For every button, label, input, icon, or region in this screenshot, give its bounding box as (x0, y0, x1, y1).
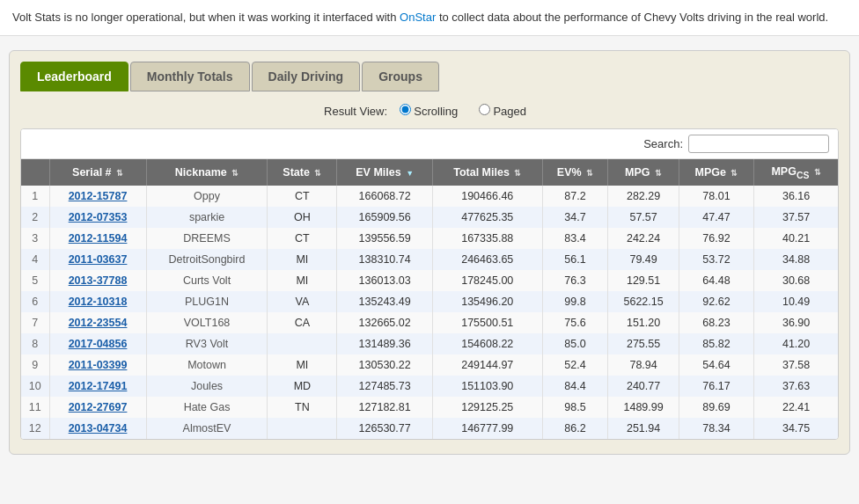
paged-option[interactable]: Paged (479, 105, 526, 118)
serial-link[interactable]: 2013-04734 (69, 422, 128, 435)
cell-serial[interactable]: 2012-15787 (49, 186, 146, 207)
tab-monthly-totals[interactable]: Monthly Totals (130, 62, 250, 91)
col-mpge[interactable]: MPGe ⇅ (679, 159, 753, 186)
col-total-miles[interactable]: Total Miles ⇅ (433, 159, 542, 186)
cell-serial[interactable]: 2017-04856 (49, 333, 146, 354)
cell-mpge: 68.23 (679, 312, 753, 333)
table-row: 9 2011-03399 Motown MI 130530.22 249144.… (21, 354, 838, 376)
cell-mpgcs: 22.41 (754, 397, 838, 418)
cell-ev-pct: 52.4 (542, 354, 608, 376)
cell-total-miles: 190466.46 (433, 186, 542, 207)
cell-mpgcs: 36.16 (754, 186, 838, 207)
serial-link[interactable]: 2013-37788 (69, 274, 128, 287)
cell-mpg: 151.20 (608, 312, 679, 333)
search-input[interactable] (688, 135, 829, 153)
table-row: 12 2013-04734 AlmostEV 126530.77 146777.… (21, 418, 838, 439)
cell-mpg: 242.24 (608, 228, 679, 249)
onstar-link[interactable]: OnStar (400, 11, 436, 24)
cell-ev-pct: 85.0 (542, 333, 608, 354)
serial-link[interactable]: 2012-23554 (69, 317, 128, 329)
cell-rank: 3 (21, 228, 49, 249)
cell-nickname: VOLT168 (146, 312, 268, 333)
col-serial[interactable]: Serial # ⇅ (49, 159, 146, 186)
serial-link[interactable]: 2012-11594 (69, 232, 128, 245)
cell-ev-pct: 86.2 (542, 418, 608, 439)
cell-ev-pct: 98.5 (542, 397, 608, 418)
cell-serial[interactable]: 2012-11594 (49, 228, 146, 249)
cell-state: MI (268, 354, 337, 376)
col-state[interactable]: State ⇅ (268, 159, 337, 186)
cell-serial[interactable]: 2011-03399 (49, 354, 146, 376)
serial-link[interactable]: 2012-07353 (69, 211, 128, 223)
cell-rank: 9 (21, 354, 49, 376)
cell-serial[interactable]: 2012-10318 (49, 291, 146, 312)
cell-ev-pct: 56.1 (542, 249, 608, 270)
sort-arrows-nickname: ⇅ (231, 169, 239, 178)
cell-serial[interactable]: 2012-17491 (49, 376, 146, 397)
cell-total-miles: 477625.35 (433, 207, 542, 228)
cell-rank: 6 (21, 291, 49, 312)
serial-link[interactable]: 2017-04856 (69, 338, 128, 350)
notice-text-before: Volt Stats is no longer operational, but… (12, 11, 400, 24)
cell-ev-miles: 138310.74 (337, 249, 433, 270)
scrolling-radio[interactable] (400, 104, 411, 115)
cell-mpge: 53.72 (679, 249, 753, 270)
cell-ev-pct: 34.7 (542, 207, 608, 228)
cell-mpgcs: 10.49 (754, 291, 838, 312)
cell-ev-miles: 127485.73 (337, 376, 433, 397)
serial-link[interactable]: 2011-03399 (69, 359, 128, 371)
cell-total-miles: 167335.88 (433, 228, 542, 249)
table-row: 7 2012-23554 VOLT168 CA 132665.02 175500… (21, 312, 838, 333)
cell-mpge: 78.01 (679, 186, 753, 207)
cell-total-miles: 154608.22 (433, 333, 542, 354)
scrolling-option[interactable]: Scrolling (400, 105, 461, 118)
cell-mpge: 76.92 (679, 228, 753, 249)
notice-bar: Volt Stats is no longer operational, but… (0, 0, 859, 36)
cell-mpg: 251.94 (608, 418, 679, 439)
cell-mpg: 79.49 (608, 249, 679, 270)
cell-ev-pct: 76.3 (542, 270, 608, 291)
cell-nickname: Oppy (146, 186, 268, 207)
sort-arrows-serial: ⇅ (116, 169, 123, 178)
col-nickname[interactable]: Nickname ⇅ (146, 159, 268, 186)
sort-arrows-state: ⇅ (314, 169, 321, 178)
scrolling-label: Scrolling (414, 105, 458, 118)
cell-mpge: 92.62 (679, 291, 753, 312)
cell-total-miles: 135496.20 (433, 291, 542, 312)
serial-link[interactable]: 2012-15787 (69, 190, 128, 202)
tab-groups[interactable]: Groups (362, 62, 439, 91)
cell-rank: 5 (21, 270, 49, 291)
tab-daily-driving[interactable]: Daily Driving (252, 62, 361, 91)
cell-serial[interactable]: 2012-27697 (49, 397, 146, 418)
cell-serial[interactable]: 2012-23554 (49, 312, 146, 333)
serial-link[interactable]: 2012-27697 (69, 401, 128, 413)
cell-ev-pct: 83.4 (542, 228, 608, 249)
sort-arrows-mpg: ⇅ (655, 169, 662, 178)
serial-link[interactable]: 2011-03637 (69, 253, 128, 266)
cell-mpg: 78.94 (608, 354, 679, 376)
cell-serial[interactable]: 2012-07353 (49, 207, 146, 228)
cell-serial[interactable]: 2013-04734 (49, 418, 146, 439)
cell-rank: 11 (21, 397, 49, 418)
cell-serial[interactable]: 2011-03637 (49, 249, 146, 270)
cell-state: MD (268, 376, 337, 397)
cell-serial[interactable]: 2013-37788 (49, 270, 146, 291)
col-mpgcs[interactable]: MPGCS ⇅ (754, 159, 838, 186)
col-ev-miles[interactable]: EV Miles ▼ (337, 159, 433, 186)
tab-leaderboard[interactable]: Leaderboard (20, 62, 128, 91)
cell-nickname: PLUG1N (146, 291, 268, 312)
col-ev-pct[interactable]: EV% ⇅ (542, 159, 608, 186)
table-row: 4 2011-03637 DetroitSongbird MI 138310.7… (21, 249, 838, 270)
serial-link[interactable]: 2012-17491 (69, 380, 128, 392)
cell-ev-miles: 131489.36 (337, 333, 433, 354)
cell-ev-pct: 99.8 (542, 291, 608, 312)
cell-mpge: 85.82 (679, 333, 753, 354)
table-row: 6 2012-10318 PLUG1N VA 135243.49 135496.… (21, 291, 838, 312)
serial-link[interactable]: 2012-10318 (69, 296, 128, 308)
table-row: 10 2012-17491 Joules MD 127485.73 151103… (21, 376, 838, 397)
cell-state: CA (268, 312, 337, 333)
sort-arrows-mpgcs: ⇅ (814, 168, 821, 177)
col-mpg[interactable]: MPG ⇅ (608, 159, 679, 186)
paged-radio[interactable] (479, 104, 490, 115)
cell-nickname: RV3 Volt (146, 333, 268, 354)
